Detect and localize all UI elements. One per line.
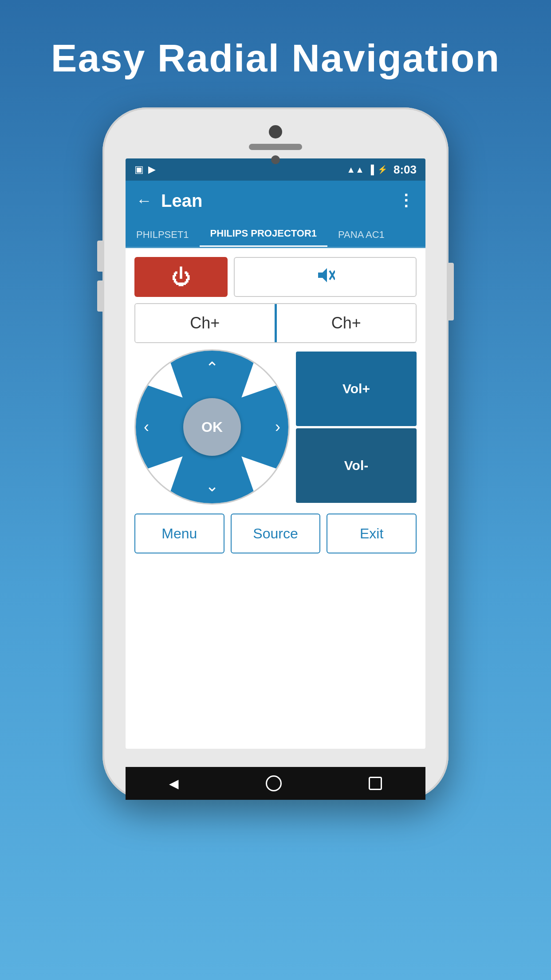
- phone-screen: ▲ ▐ ⚡ 8:03 ← Lean ⋮ PHILPSET1 PHILIPS PR…: [126, 158, 425, 749]
- sim-card-icon: [134, 164, 144, 175]
- status-icons-right: ▲ ▐ ⚡ 8:03: [346, 163, 417, 177]
- down-arrow-icon: ⌄: [205, 477, 219, 495]
- back-button[interactable]: ←: [136, 191, 152, 210]
- status-icons-left: [134, 164, 156, 175]
- android-nav-bar: ◀: [126, 767, 425, 800]
- power-mute-row: ⏻: [134, 257, 417, 297]
- android-recents-button[interactable]: [369, 777, 382, 790]
- tab-bar: PHILPSET1 PHILIPS PROJECTOR1 PANA AC1: [126, 221, 425, 248]
- exit-button[interactable]: Exit: [327, 514, 417, 553]
- ok-button[interactable]: OK: [183, 398, 241, 456]
- android-home-button[interactable]: [266, 775, 282, 791]
- wifi-icon: ▲: [346, 165, 364, 175]
- power-button[interactable]: ⏻: [134, 257, 228, 297]
- battery-icon: ⚡: [378, 165, 387, 174]
- dpad-circle: ⌃ ⌄ ‹ ›: [134, 349, 290, 505]
- left-arrow-icon: ‹: [144, 418, 149, 436]
- side-buttons-left: [97, 241, 103, 312]
- mute-icon: [315, 266, 335, 288]
- remote-content: ⏻ Ch+: [126, 248, 425, 562]
- volume-down-button[interactable]: [97, 281, 103, 312]
- tab-pana-ac1[interactable]: PANA AC1: [327, 229, 395, 247]
- dpad-container: ⌃ ⌄ ‹ ›: [134, 349, 290, 505]
- camera-area: [249, 121, 302, 164]
- volume-up-button[interactable]: [97, 241, 103, 272]
- tab-philpset1[interactable]: PHILPSET1: [126, 229, 200, 247]
- camera-dot: [271, 155, 280, 164]
- channel-row: Ch+ Ch+: [134, 303, 417, 343]
- overflow-menu-button[interactable]: ⋮: [398, 191, 415, 210]
- side-buttons-right: [448, 263, 454, 320]
- right-arrow-icon: ›: [275, 418, 280, 436]
- power-side-button[interactable]: [448, 263, 454, 320]
- ch-plus-right-button[interactable]: Ch+: [277, 304, 416, 342]
- source-button[interactable]: Source: [231, 514, 321, 553]
- middle-area: ⌃ ⌄ ‹ ›: [134, 349, 417, 505]
- ch-plus-left-button[interactable]: Ch+: [135, 304, 275, 342]
- status-time: 8:03: [394, 163, 417, 177]
- app-bar: ← Lean ⋮: [126, 181, 425, 221]
- phone-shell: ▲ ▐ ⚡ 8:03 ← Lean ⋮ PHILPSET1 PHILIPS PR…: [102, 107, 449, 800]
- app-title: Lean: [161, 191, 398, 211]
- up-arrow-icon: ⌃: [205, 359, 219, 377]
- phone-device: ▲ ▐ ⚡ 8:03 ← Lean ⋮ PHILPSET1 PHILIPS PR…: [102, 107, 449, 818]
- android-back-button[interactable]: ◀: [169, 776, 179, 791]
- volume-plus-button[interactable]: Vol+: [296, 352, 417, 426]
- tab-philips-projector1[interactable]: PHILIPS PROJECTOR1: [200, 228, 327, 247]
- volume-minus-button[interactable]: Vol-: [296, 428, 417, 503]
- play-store-icon: [148, 164, 156, 175]
- power-icon: ⏻: [171, 266, 191, 288]
- speaker-bar: [249, 144, 302, 150]
- front-camera-icon: [269, 125, 282, 138]
- mute-button[interactable]: [234, 257, 417, 297]
- signal-icon: ▐: [368, 165, 374, 175]
- page-title: Easy Radial Navigation: [51, 36, 500, 81]
- volume-container: Vol+ Vol-: [296, 352, 417, 503]
- menu-button[interactable]: Menu: [134, 514, 224, 553]
- bottom-row: Menu Source Exit: [134, 514, 417, 553]
